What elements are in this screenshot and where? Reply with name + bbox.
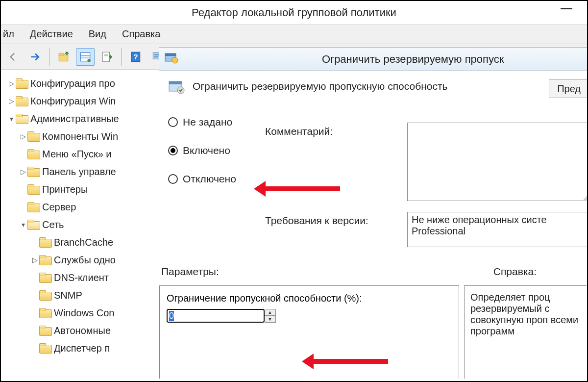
folder-icon [16, 78, 27, 88]
spinner-up-button[interactable]: ▲ [265, 309, 275, 316]
tree-item[interactable]: ▷Диспетчер п [1, 339, 158, 357]
tree-item-label: Диспетчер п [54, 343, 110, 354]
help-panel: Определяет проц резервируемый с совокупн… [464, 285, 587, 379]
tree-item-label: Конфигурация Win [30, 96, 116, 107]
folder-icon [27, 220, 39, 229]
comment-field[interactable] [407, 123, 588, 201]
tree-item[interactable]: ▷Конфигурация про [1, 75, 158, 92]
radio-icon [168, 117, 178, 127]
tree-item[interactable]: ▷Меню «Пуск» и [1, 145, 158, 163]
folder-icon [27, 184, 39, 194]
dialog-body: Ограничить резервируемую пропускную спос… [159, 71, 588, 382]
dialog-titlebar: Ограничить резервируемую пропуск [159, 48, 588, 71]
tree-item[interactable]: ▷Автономные [1, 322, 158, 339]
svg-text:?: ? [133, 52, 138, 61]
chevron-right-icon[interactable]: ▷ [19, 168, 27, 176]
view-details-button[interactable] [76, 48, 95, 66]
folder-icon [39, 290, 51, 300]
tree-item[interactable]: ▷BranchCache [1, 233, 158, 251]
tree-item[interactable]: ▷Конфигурация Win [1, 92, 158, 110]
tree-item[interactable]: ▷Windows Con [1, 304, 158, 322]
tree-item[interactable]: ▷Принтеры [1, 180, 158, 198]
minimize-button[interactable] [561, 8, 572, 9]
tree-item-label: Сервер [42, 202, 76, 213]
policy-title: Ограничить резервируемую пропускную спос… [193, 78, 448, 92]
folder-icon [27, 167, 39, 177]
tree-item-label: Принтеры [42, 184, 88, 195]
menu-file[interactable]: йл [1, 28, 16, 40]
tree-item-label: SNMP [54, 290, 82, 301]
folder-icon [39, 343, 51, 353]
toolbar-separator [49, 48, 49, 66]
bandwidth-label: Ограничение пропускной способности (%): [167, 293, 452, 304]
dialog-title: Ограничить резервируемую пропуск [322, 53, 504, 66]
nav-back-button[interactable] [4, 48, 23, 66]
folder-up-button[interactable] [54, 48, 73, 66]
tree-item[interactable]: ▷Панель управле [1, 163, 158, 180]
tree-item[interactable]: ▷Сервер [1, 198, 158, 216]
tree-item-label: Сеть [42, 219, 64, 230]
tree-item-label: Windows Con [54, 307, 114, 319]
policy-header-icon [168, 78, 186, 97]
folder-icon [16, 96, 27, 106]
requirements-label: Требования к версии: [265, 215, 368, 227]
tree-item-label: Службы одно [54, 255, 116, 266]
menu-help[interactable]: Справка [120, 28, 162, 40]
annotation-arrow [257, 186, 340, 191]
nav-forward-button[interactable] [25, 48, 44, 66]
folder-icon [39, 255, 51, 265]
previous-setting-button[interactable]: Пред [549, 79, 588, 98]
menu-view[interactable]: Вид [87, 28, 108, 40]
folder-icon [16, 114, 27, 124]
svg-point-5 [87, 59, 91, 62]
chevron-down-icon[interactable]: ▾ [7, 115, 16, 123]
tree-item[interactable]: ▷DNS-клиент [1, 269, 158, 286]
tree-item-label: Панель управле [42, 166, 116, 178]
help-label: Справка: [493, 266, 537, 278]
help-button[interactable]: ? [126, 48, 145, 66]
export-list-button[interactable] [98, 48, 116, 66]
window-titlebar: Редактор локальной групповой политики [1, 1, 587, 25]
tree-item[interactable]: ▾Административные [1, 110, 158, 127]
tree-item[interactable]: ▷Службы одно [1, 251, 158, 269]
tree-item-label: BranchCache [54, 237, 113, 248]
tree-item-label: Автономные [54, 325, 111, 336]
radio-label: Отключено [183, 173, 236, 185]
menu-action[interactable]: Действие [28, 28, 75, 40]
tree-item[interactable]: ▷Компоненты Win [1, 127, 158, 145]
chevron-down-icon[interactable]: ▾ [19, 221, 27, 229]
annotation-arrow [305, 359, 388, 364]
params-label: Параметры: [161, 266, 219, 278]
toolbar-separator [121, 48, 122, 66]
folder-icon [39, 273, 51, 282]
radio-label: Включено [183, 145, 230, 156]
requirements-value: Не ниже операционных систе Professional [407, 212, 588, 247]
policy-titlebar-icon [164, 51, 179, 67]
folder-icon [27, 202, 39, 212]
tree-item-label: Конфигурация про [30, 78, 115, 89]
svg-rect-0 [59, 54, 68, 61]
chevron-right-icon[interactable]: ▷ [19, 132, 27, 140]
chevron-right-icon[interactable]: ▷ [7, 79, 16, 87]
svg-rect-13 [154, 56, 159, 57]
svg-point-16 [172, 57, 178, 63]
folder-icon [27, 149, 39, 159]
spinner-down-button[interactable]: ▼ [265, 316, 275, 322]
comment-label: Комментарий: [265, 126, 333, 137]
tree-item-label: Компоненты Win [42, 131, 118, 142]
chevron-right-icon[interactable]: ▷ [7, 97, 16, 105]
radio-label: Не задано [183, 116, 232, 128]
radio-icon [168, 146, 178, 155]
svg-rect-6 [102, 52, 109, 62]
tree-item[interactable]: ▷SNMP [1, 286, 158, 304]
policy-header: Ограничить резервируемую пропускную спос… [168, 78, 580, 97]
svg-rect-15 [165, 53, 176, 56]
tree-item-label: Административные [30, 113, 119, 125]
bandwidth-input[interactable] [167, 309, 265, 323]
tree-item[interactable]: ▾Сеть [1, 216, 158, 233]
folder-icon [39, 326, 51, 335]
policy-dialog: Ограничить резервируемую пропуск Огранич… [159, 48, 588, 382]
window-title: Редактор локальной групповой политики [192, 6, 396, 19]
chevron-right-icon[interactable]: ▷ [30, 256, 39, 264]
folder-icon [39, 237, 51, 247]
